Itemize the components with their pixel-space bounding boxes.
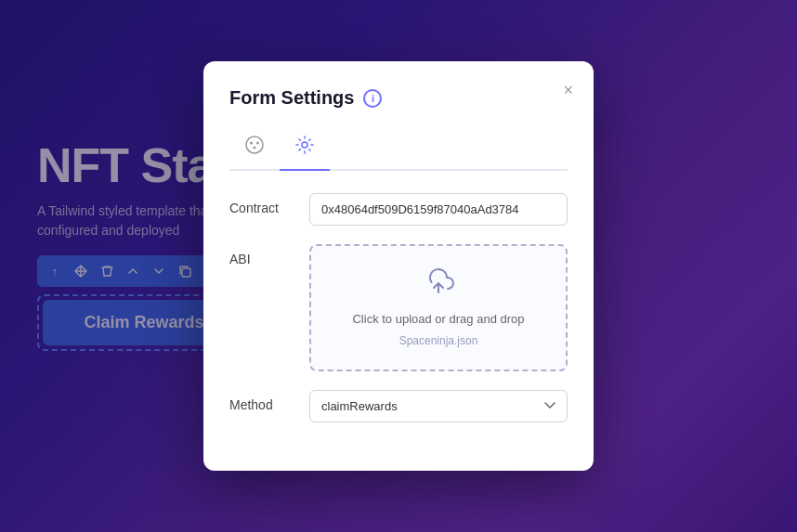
- upload-instruction: Click to upload or drag and drop: [326, 310, 551, 329]
- abi-field-wrapper: Click to upload or drag and drop Spaceni…: [309, 244, 568, 371]
- contract-label: Contract: [229, 193, 294, 215]
- contract-input[interactable]: [309, 193, 568, 226]
- method-label: Method: [229, 390, 294, 412]
- modal-tabs: [229, 127, 568, 171]
- method-row: Method claimRewards stake unstake getRew…: [229, 390, 568, 422]
- svg-point-4: [256, 142, 259, 145]
- upload-filename: Spaceninja.json: [326, 334, 551, 347]
- tab-palette[interactable]: [229, 127, 280, 171]
- contract-field-wrapper: [309, 193, 568, 226]
- method-field-wrapper: claimRewards stake unstake getRewards: [309, 390, 568, 422]
- upload-cloud-icon: [326, 268, 551, 303]
- svg-point-6: [302, 142, 307, 148]
- modal-header: Form Settings i: [229, 87, 568, 109]
- abi-label: ABI: [229, 244, 294, 266]
- contract-row: Contract: [229, 193, 568, 226]
- svg-point-3: [250, 142, 253, 145]
- abi-upload-area[interactable]: Click to upload or drag and drop Spaceni…: [309, 244, 568, 371]
- svg-point-5: [254, 147, 256, 149]
- modal-overlay: Form Settings i ×: [0, 0, 797, 532]
- method-select[interactable]: claimRewards stake unstake getRewards: [309, 390, 568, 422]
- close-button[interactable]: ×: [563, 82, 573, 98]
- svg-point-2: [246, 136, 263, 153]
- form-settings-modal: Form Settings i ×: [203, 61, 594, 471]
- info-icon[interactable]: i: [363, 89, 382, 108]
- abi-row: ABI Click to upload or drag and drop Spa…: [229, 244, 568, 371]
- modal-title: Form Settings: [229, 87, 354, 109]
- tab-settings[interactable]: [280, 127, 330, 171]
